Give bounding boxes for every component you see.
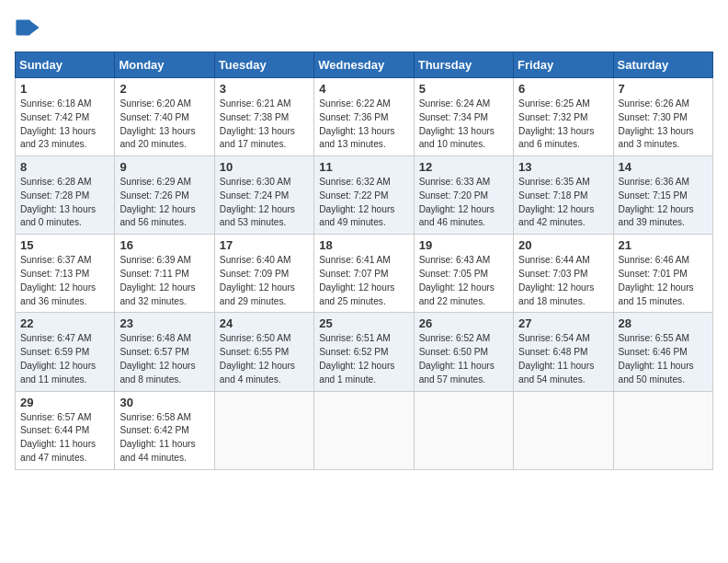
calendar-week-row: 8 Sunrise: 6:28 AMSunset: 7:28 PMDayligh…: [16, 156, 713, 235]
calendar-cell: [414, 391, 513, 469]
calendar-cell: 22 Sunrise: 6:47 AMSunset: 6:59 PMDaylig…: [16, 313, 115, 391]
day-info: Sunrise: 6:54 AMSunset: 6:48 PMDaylight:…: [518, 332, 608, 386]
page-header: [15, 15, 713, 40]
day-info: Sunrise: 6:29 AMSunset: 7:26 PMDaylight:…: [119, 176, 209, 230]
calendar-week-row: 22 Sunrise: 6:47 AMSunset: 6:59 PMDaylig…: [16, 313, 713, 391]
calendar-day-header: Tuesday: [214, 52, 313, 78]
day-info: Sunrise: 6:22 AMSunset: 7:36 PMDaylight:…: [319, 98, 408, 152]
svg-rect-1: [16, 20, 29, 36]
day-info: Sunrise: 6:44 AMSunset: 7:03 PMDaylight:…: [518, 254, 608, 308]
calendar-cell: 2 Sunrise: 6:20 AMSunset: 7:40 PMDayligh…: [115, 78, 214, 156]
calendar-week-row: 1 Sunrise: 6:18 AMSunset: 7:42 PMDayligh…: [16, 78, 713, 156]
day-info: Sunrise: 6:52 AMSunset: 6:50 PMDaylight:…: [419, 332, 508, 386]
calendar-cell: 1 Sunrise: 6:18 AMSunset: 7:42 PMDayligh…: [16, 78, 115, 156]
day-info: Sunrise: 6:43 AMSunset: 7:05 PMDaylight:…: [419, 254, 508, 308]
calendar-week-row: 29 Sunrise: 6:57 AMSunset: 6:44 PMDaylig…: [16, 391, 713, 469]
day-number: 12: [419, 160, 508, 174]
calendar-table: SundayMondayTuesdayWednesdayThursdayFrid…: [15, 52, 713, 470]
day-number: 26: [419, 316, 508, 330]
day-info: Sunrise: 6:46 AMSunset: 7:01 PMDaylight:…: [619, 254, 708, 308]
day-number: 7: [619, 82, 708, 96]
calendar-cell: 10 Sunrise: 6:30 AMSunset: 7:24 PMDaylig…: [214, 156, 313, 235]
day-number: 15: [20, 238, 109, 252]
day-number: 24: [220, 316, 309, 330]
calendar-cell: 24 Sunrise: 6:50 AMSunset: 6:55 PMDaylig…: [214, 313, 313, 391]
day-number: 11: [319, 160, 408, 174]
day-info: Sunrise: 6:57 AMSunset: 6:44 PMDaylight:…: [20, 411, 109, 465]
calendar-cell: 4 Sunrise: 6:22 AMSunset: 7:36 PMDayligh…: [314, 78, 414, 156]
calendar-cell: 7 Sunrise: 6:26 AMSunset: 7:30 PMDayligh…: [613, 78, 712, 156]
calendar-cell: 19 Sunrise: 6:43 AMSunset: 7:05 PMDaylig…: [414, 235, 513, 313]
day-info: Sunrise: 6:26 AMSunset: 7:30 PMDaylight:…: [619, 98, 708, 152]
calendar-cell: 11 Sunrise: 6:32 AMSunset: 7:22 PMDaylig…: [314, 156, 414, 235]
day-number: 22: [20, 316, 109, 330]
day-number: 23: [119, 316, 209, 330]
svg-marker-0: [28, 20, 39, 36]
day-info: Sunrise: 6:20 AMSunset: 7:40 PMDaylight:…: [119, 98, 209, 152]
calendar-day-header: Sunday: [16, 52, 115, 78]
day-info: Sunrise: 6:28 AMSunset: 7:28 PMDaylight:…: [20, 176, 109, 230]
day-info: Sunrise: 6:32 AMSunset: 7:22 PMDaylight:…: [319, 176, 408, 230]
calendar-cell: 13 Sunrise: 6:35 AMSunset: 7:18 PMDaylig…: [514, 156, 613, 235]
day-info: Sunrise: 6:33 AMSunset: 7:20 PMDaylight:…: [419, 176, 508, 230]
day-number: 6: [518, 82, 608, 96]
day-info: Sunrise: 6:47 AMSunset: 6:59 PMDaylight:…: [20, 332, 109, 386]
day-info: Sunrise: 6:51 AMSunset: 6:52 PMDaylight:…: [319, 332, 408, 386]
day-number: 1: [20, 82, 109, 96]
day-number: 16: [119, 238, 209, 252]
calendar-cell: 15 Sunrise: 6:37 AMSunset: 7:13 PMDaylig…: [16, 235, 115, 313]
calendar-cell: 12 Sunrise: 6:33 AMSunset: 7:20 PMDaylig…: [414, 156, 513, 235]
day-info: Sunrise: 6:35 AMSunset: 7:18 PMDaylight:…: [518, 176, 608, 230]
day-number: 4: [319, 82, 408, 96]
day-number: 19: [419, 238, 508, 252]
day-info: Sunrise: 6:24 AMSunset: 7:34 PMDaylight:…: [419, 98, 508, 152]
day-number: 2: [119, 82, 209, 96]
calendar-week-row: 15 Sunrise: 6:37 AMSunset: 7:13 PMDaylig…: [16, 235, 713, 313]
day-number: 18: [319, 238, 408, 252]
day-info: Sunrise: 6:30 AMSunset: 7:24 PMDaylight:…: [220, 176, 309, 230]
calendar-cell: 29 Sunrise: 6:57 AMSunset: 6:44 PMDaylig…: [16, 391, 115, 469]
calendar-cell: 28 Sunrise: 6:55 AMSunset: 6:46 PMDaylig…: [613, 313, 712, 391]
day-number: 30: [119, 396, 209, 409]
calendar-day-header: Wednesday: [314, 52, 414, 78]
day-number: 17: [220, 238, 309, 252]
day-number: 9: [119, 160, 209, 174]
day-number: 20: [518, 238, 608, 252]
day-info: Sunrise: 6:39 AMSunset: 7:11 PMDaylight:…: [119, 254, 209, 308]
day-info: Sunrise: 6:37 AMSunset: 7:13 PMDaylight:…: [20, 254, 109, 308]
day-number: 28: [619, 316, 708, 330]
calendar-cell: [514, 391, 613, 469]
calendar-cell: 26 Sunrise: 6:52 AMSunset: 6:50 PMDaylig…: [414, 313, 513, 391]
calendar-cell: 5 Sunrise: 6:24 AMSunset: 7:34 PMDayligh…: [414, 78, 513, 156]
day-number: 25: [319, 316, 408, 330]
calendar-day-header: Thursday: [414, 52, 513, 78]
day-number: 8: [20, 160, 109, 174]
calendar-cell: 8 Sunrise: 6:28 AMSunset: 7:28 PMDayligh…: [16, 156, 115, 235]
day-info: Sunrise: 6:25 AMSunset: 7:32 PMDaylight:…: [518, 98, 608, 152]
calendar-cell: 18 Sunrise: 6:41 AMSunset: 7:07 PMDaylig…: [314, 235, 414, 313]
day-info: Sunrise: 6:58 AMSunset: 6:42 PMDaylight:…: [119, 411, 209, 465]
day-info: Sunrise: 6:21 AMSunset: 7:38 PMDaylight:…: [220, 98, 309, 152]
day-info: Sunrise: 6:18 AMSunset: 7:42 PMDaylight:…: [20, 98, 109, 152]
calendar-day-header: Monday: [115, 52, 214, 78]
day-info: Sunrise: 6:50 AMSunset: 6:55 PMDaylight:…: [220, 332, 309, 386]
day-info: Sunrise: 6:36 AMSunset: 7:15 PMDaylight:…: [619, 176, 708, 230]
calendar-cell: 14 Sunrise: 6:36 AMSunset: 7:15 PMDaylig…: [613, 156, 712, 235]
calendar-cell: 30 Sunrise: 6:58 AMSunset: 6:42 PMDaylig…: [115, 391, 214, 469]
calendar-cell: [613, 391, 712, 469]
logo-icon: [15, 15, 40, 40]
calendar-cell: 21 Sunrise: 6:46 AMSunset: 7:01 PMDaylig…: [613, 235, 712, 313]
day-number: 5: [419, 82, 508, 96]
calendar-cell: [314, 391, 414, 469]
day-number: 29: [20, 396, 109, 409]
calendar-cell: 23 Sunrise: 6:48 AMSunset: 6:57 PMDaylig…: [115, 313, 214, 391]
day-number: 14: [619, 160, 708, 174]
day-info: Sunrise: 6:41 AMSunset: 7:07 PMDaylight:…: [319, 254, 408, 308]
calendar-cell: 6 Sunrise: 6:25 AMSunset: 7:32 PMDayligh…: [514, 78, 613, 156]
calendar-day-header: Saturday: [613, 52, 712, 78]
day-number: 13: [518, 160, 608, 174]
day-info: Sunrise: 6:55 AMSunset: 6:46 PMDaylight:…: [619, 332, 708, 386]
day-number: 27: [518, 316, 608, 330]
calendar-cell: [214, 391, 313, 469]
calendar-cell: 27 Sunrise: 6:54 AMSunset: 6:48 PMDaylig…: [514, 313, 613, 391]
